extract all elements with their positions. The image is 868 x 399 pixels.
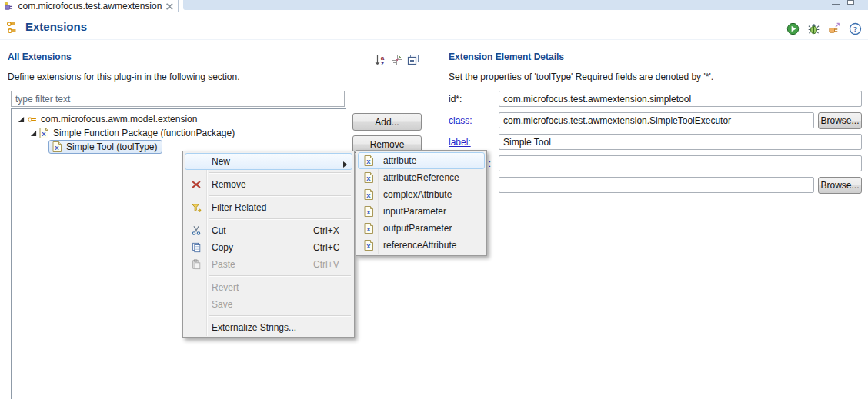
tab-awmextension[interactable]: com.microfocus.test.awmextension [0, 0, 179, 12]
extensions-icon [6, 20, 22, 35]
menu-separator [209, 218, 351, 220]
submenu-arrow-icon [343, 159, 347, 170]
field-row-0: id*: [449, 91, 862, 107]
menu-item-label: Cut [207, 225, 313, 236]
sort-alphabetically-icon[interactable]: az [374, 53, 387, 66]
view-controls [832, 0, 854, 8]
menu-item-label: Copy [207, 242, 313, 253]
page-title: Extensions [25, 20, 87, 33]
menu-item-copy[interactable]: CopyCtrl+C [185, 239, 352, 256]
submenu-item-attributereference[interactable]: XattributeReference [358, 169, 485, 186]
editor-tab-strip [183, 0, 868, 10]
filter-icon [185, 202, 207, 214]
new-submenu: XattributeXattributeReferenceXcomplexAtt… [356, 150, 487, 256]
tree-item-simple-function-package-functionpackage[interactable]: XSimple Function Package (functionPackag… [12, 126, 346, 140]
menu-item-label: Filter Related [207, 202, 352, 213]
svg-text:X: X [42, 131, 46, 138]
twistie-expanded-icon[interactable] [16, 116, 25, 123]
menu-item-filter-related[interactable]: Filter Related [185, 199, 352, 216]
field-input-id[interactable] [499, 91, 862, 107]
xml-element-icon: X [359, 240, 379, 251]
submenu-item-label: referenceAttribute [379, 240, 484, 251]
svg-text:X: X [366, 192, 371, 199]
menu-item-save[interactable]: Save [185, 296, 352, 313]
xml-element-icon: X [359, 172, 379, 183]
submenu-item-outputparameter[interactable]: XoutputParameter [358, 220, 485, 237]
menu-item-externalize-strings[interactable]: Externalize Strings... [185, 319, 352, 336]
menu-item-revert[interactable]: Revert [185, 279, 352, 296]
svg-text:X: X [366, 209, 371, 216]
menu-item-label: Externalize Strings... [207, 322, 352, 333]
field-row-3: : [449, 155, 862, 171]
plugin-editor-window: com.microfocus.test.awmextension Extensi… [0, 0, 868, 399]
menu-separator [209, 275, 351, 277]
xml-element-icon: X [39, 128, 50, 138]
collapse-all-icon[interactable] [406, 53, 419, 66]
svg-text:X: X [366, 175, 371, 182]
expand-collapse-icon[interactable] [390, 53, 403, 66]
tab-title: com.microfocus.test.awmextension [18, 1, 162, 12]
run-icon[interactable] [786, 22, 800, 35]
menu-separator [209, 172, 351, 174]
submenu-item-attribute[interactable]: Xattribute [358, 152, 485, 169]
submenu-item-label: inputParameter [379, 206, 484, 217]
close-icon[interactable] [165, 2, 174, 11]
paste-icon [185, 259, 207, 270]
menu-item-paste[interactable]: PasteCtrl+V [185, 256, 352, 273]
field-label-link[interactable]: class: [449, 115, 499, 126]
svg-text:X: X [55, 145, 59, 151]
field-input-[interactable] [499, 155, 862, 171]
minimize-icon[interactable] [832, 4, 840, 5]
submenu-item-complexattribute[interactable]: XcomplexAttribute [358, 186, 485, 203]
help-icon[interactable]: ? [848, 22, 862, 35]
field-label: id*: [449, 94, 499, 105]
submenu-item-label: attributeReference [379, 172, 484, 183]
field-row-2: label: [449, 134, 862, 150]
field-row-1: class:Browse... [449, 112, 862, 128]
element-details-description: Set the properties of 'toolType' Require… [449, 71, 713, 82]
field-input-label[interactable] [499, 134, 862, 150]
tree-item-label: Simple Tool (toolType) [66, 141, 158, 152]
submenu-item-label: attribute [379, 155, 484, 166]
menu-item-label: Save [207, 299, 352, 310]
tree-item-label: com.microfocus.awm.model.extension [41, 114, 197, 125]
svg-text:X: X [366, 158, 371, 165]
menu-separator [209, 195, 351, 197]
debug-icon[interactable] [806, 22, 820, 35]
plugin-file-icon [4, 1, 15, 12]
xml-element-icon: X [359, 189, 379, 200]
xml-element-icon: X [52, 141, 63, 152]
menu-item-remove[interactable]: Remove [185, 176, 352, 193]
field-input-4[interactable] [499, 177, 814, 193]
menu-item-label: Paste [207, 259, 313, 270]
menu-separator [209, 315, 351, 317]
browse-button[interactable]: Browse... [818, 112, 862, 129]
svg-text:?: ? [853, 25, 857, 33]
menu-item-shortcut: Ctrl+V [313, 259, 352, 270]
field-input-class[interactable] [499, 112, 814, 128]
menu-item-shortcut: Ctrl+X [313, 225, 352, 236]
all-extensions-title: All Extensions [8, 52, 72, 62]
menu-item-cut[interactable]: CutCtrl+X [185, 222, 352, 239]
tree-item-com-microfocus-awm-model-extension[interactable]: com.microfocus.awm.model.extension [12, 112, 346, 126]
filter-input[interactable] [11, 91, 345, 107]
submenu-item-label: complexAttribute [379, 189, 484, 200]
xml-element-icon: X [359, 206, 379, 217]
maximize-icon[interactable] [847, 0, 854, 5]
submenu-item-inputparameter[interactable]: XinputParameter [358, 203, 485, 220]
menu-item-new[interactable]: New [185, 153, 352, 170]
add-button[interactable]: Add... [352, 113, 422, 131]
submenu-item-label: outputParameter [379, 223, 484, 234]
twistie-expanded-icon[interactable] [28, 130, 38, 137]
field-row-4: Browse... [449, 177, 862, 193]
menu-item-shortcut: Ctrl+C [313, 242, 352, 253]
cut-icon [185, 225, 207, 236]
menu-item-label: Revert [207, 282, 352, 293]
export-plugin-icon[interactable] [827, 22, 841, 35]
browse-button[interactable]: Browse... [818, 177, 862, 194]
element-details-form: id*:class:Browse...label::Browse... [449, 91, 862, 198]
field-label-link[interactable]: label: [449, 137, 499, 148]
extension-point-icon [27, 114, 38, 125]
menu-item-label: New [207, 156, 352, 167]
submenu-item-referenceattribute[interactable]: XreferenceAttribute [358, 237, 485, 254]
